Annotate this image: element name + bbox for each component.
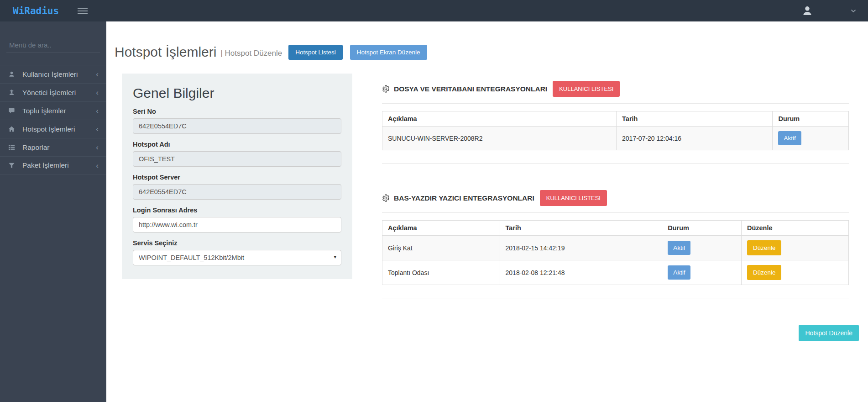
filter-icon [8, 162, 16, 169]
integrations-column: DOSYA VE VERITABANI ENTEGRASYONLARI KULL… [382, 74, 849, 341]
chevron-left-icon: ‹ [96, 70, 99, 78]
gear-icon [382, 85, 390, 93]
column-header: Durum [662, 221, 742, 236]
page-subtitle: | Hotspot Düzenle [220, 49, 282, 58]
column-header: Tarih [500, 221, 662, 236]
hotspot-adi-field [133, 151, 341, 167]
comment-icon [8, 107, 16, 114]
sidebar-item-hotspot-islemleri[interactable]: Hotspot İşlemleri ‹ [0, 120, 106, 138]
duzenle-button[interactable]: Düzenle [747, 240, 782, 255]
servis-select[interactable]: WIPOINT_DEFAULT_512Kbit/2Mbit [133, 250, 341, 265]
status-aktif-button[interactable]: Aktif [668, 241, 690, 255]
page-header: Hotspot İşlemleri | Hotspot Düzenle Hots… [115, 44, 868, 60]
kullanici-listesi-button[interactable]: KULLANICI LISTESI [553, 81, 620, 97]
sidebar-item-label: Raporlar [22, 143, 49, 152]
section-title: DOSYA VE VERITABANI ENTEGRASYONLARI [394, 85, 547, 93]
column-header: Tarih [617, 111, 773, 127]
chevron-left-icon: ‹ [96, 143, 99, 151]
hotspot-adi-label: Hotspot Adı [133, 141, 341, 148]
aciklama-cell: Toplantı Odası [382, 260, 500, 285]
section-header: DOSYA VE VERITABANI ENTEGRASYONLARI KULL… [382, 81, 849, 97]
sidebar-item-label: Kullanıcı İşlemleri [22, 70, 78, 79]
divider [382, 103, 849, 104]
login-sonrasi-adres-label: Login Sonrası Adres [133, 206, 341, 214]
kullanici-listesi-button[interactable]: KULLANICI LISTESI [540, 190, 607, 206]
brand-logo[interactable]: WiRadius [0, 5, 78, 16]
sidebar-item-label: Yönetici İşlemleri [22, 89, 76, 97]
user-icon [8, 71, 16, 78]
aciklama-cell: SUNUCU-WIN-SERVER-2008R2 [382, 127, 617, 150]
footer-actions: Hotspot Düzenle [382, 325, 859, 341]
column-header: Düzenle [741, 221, 848, 236]
topbar-right [801, 5, 868, 17]
sidebar-item-yonetici-islemleri[interactable]: Yönetici İşlemleri ‹ [0, 83, 106, 101]
servis-select-wrap: WIPOINT_DEFAULT_512Kbit/2Mbit ▾ [133, 250, 341, 265]
column-header: Durum [773, 111, 849, 127]
sidebar-menu: Kullanıcı İşlemleri ‹ Yönetici İşlemleri… [0, 65, 106, 175]
chevron-left-icon: ‹ [96, 125, 99, 133]
hotspot-list-button[interactable]: Hotspot Listesi [288, 45, 343, 60]
divider [382, 163, 849, 164]
main-content: Hotspot İşlemleri | Hotspot Düzenle Hots… [106, 21, 868, 402]
hotspot-server-label: Hotspot Server [133, 174, 341, 181]
status-aktif-button[interactable]: Aktif [668, 265, 690, 280]
tarih-cell: 2018-02-08 12:21:48 [500, 260, 662, 285]
topbar: WiRadius [0, 0, 868, 21]
status-aktif-button[interactable]: Aktif [778, 131, 801, 145]
section-title: BAS-YAZDIR YAZICI ENTEGRASYONLARI [394, 194, 534, 202]
hotspot-server-field [133, 184, 341, 200]
sidebar-item-kullanici-islemleri[interactable]: Kullanıcı İşlemleri ‹ [0, 65, 106, 83]
table-row: Giriş Kat 2018-02-15 14:42:19 Aktif Düze… [382, 236, 849, 260]
aciklama-cell: Giriş Kat [382, 236, 500, 260]
user-icon[interactable] [801, 5, 813, 17]
chevron-left-icon: ‹ [96, 107, 99, 115]
page-title: Hotspot İşlemleri [115, 44, 216, 60]
seri-no-label: Seri No [133, 108, 341, 115]
admin-icon [8, 89, 16, 96]
divider [382, 212, 849, 213]
table-row: SUNUCU-WIN-SERVER-2008R2 2017-07-20 12:0… [382, 127, 849, 150]
gear-icon [382, 194, 390, 202]
dosya-veritabani-table: Açıklama Tarih Durum SUNUCU-WIN-SERVER-2… [382, 111, 849, 150]
duzenle-button[interactable]: Düzenle [747, 265, 782, 280]
chevron-left-icon: ‹ [96, 162, 99, 169]
column-header: Açıklama [382, 221, 500, 236]
seri-no-field [133, 118, 341, 134]
dosya-veritabani-section: DOSYA VE VERITABANI ENTEGRASYONLARI KULL… [382, 81, 849, 164]
home-icon [8, 126, 16, 132]
sidebar-item-label: Paket İşlemleri [22, 161, 69, 169]
hotspot-screen-edit-button[interactable]: Hotspot Ekran Düzenle [350, 45, 427, 60]
table-row: Toplantı Odası 2018-02-08 12:21:48 Aktif… [382, 260, 849, 285]
search-input[interactable] [8, 41, 101, 49]
sidebar-item-paket-islemleri[interactable]: Paket İşlemleri ‹ [0, 156, 106, 175]
general-info-panel: Genel Bilgiler Seri No Hotspot Adı Hotsp… [122, 74, 352, 279]
hotspot-edit-button[interactable]: Hotspot Düzenle [799, 325, 859, 341]
sidebar-search [6, 39, 100, 53]
sidebar-item-label: Toplu İşlemler [22, 107, 66, 115]
sidebar-item-toplu-islemler[interactable]: Toplu İşlemler ‹ [0, 101, 106, 120]
sidebar-item-raporlar[interactable]: Raporlar ‹ [0, 138, 106, 156]
sidebar: Kullanıcı İşlemleri ‹ Yönetici İşlemleri… [0, 21, 106, 402]
login-sonrasi-adres-field[interactable] [133, 217, 341, 233]
tarih-cell: 2017-07-20 12:04:16 [617, 127, 773, 150]
divider [382, 298, 849, 298]
sidebar-item-label: Hotspot İşlemleri [22, 125, 75, 133]
hamburger-menu-icon[interactable] [78, 6, 88, 16]
chevron-down-icon[interactable] [851, 9, 856, 13]
column-header: Açıklama [382, 111, 617, 127]
bas-yazdir-table: Açıklama Tarih Durum Düzenle Giriş Kat 2… [382, 220, 849, 285]
section-header: BAS-YAZDIR YAZICI ENTEGRASYONLARI KULLAN… [382, 190, 849, 206]
panel-heading: Genel Bilgiler [133, 85, 341, 101]
list-icon [8, 144, 16, 151]
servis-seciniz-label: Servis Seçiniz [133, 239, 341, 247]
tarih-cell: 2018-02-15 14:42:19 [500, 236, 662, 260]
bas-yazdir-section: BAS-YAZDIR YAZICI ENTEGRASYONLARI KULLAN… [382, 190, 849, 298]
chevron-left-icon: ‹ [96, 89, 99, 96]
